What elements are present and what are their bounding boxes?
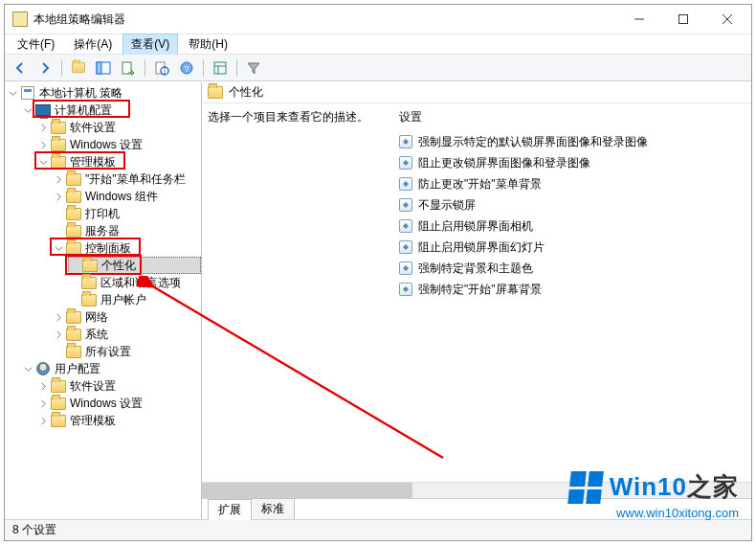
menu-file[interactable]: 文件(F) (9, 34, 63, 56)
close-button[interactable] (705, 6, 749, 33)
policy-icon (399, 283, 412, 296)
list-item-label: 防止更改"开始"菜单背景 (418, 176, 542, 193)
tree-region-lang[interactable]: 区域和语言选项 (68, 274, 201, 291)
content-title: 个性化 (229, 84, 263, 101)
list-item-label: 阻止启用锁屏界面相机 (418, 218, 533, 235)
computer-icon (35, 102, 51, 118)
scrollbar-thumb[interactable] (202, 483, 412, 498)
list-item-label: 不显示锁屏 (418, 197, 476, 214)
svg-rect-3 (122, 62, 131, 74)
tree-system[interactable]: 系统 (53, 326, 201, 343)
chevron-right-icon[interactable] (37, 415, 49, 426)
chevron-right-icon[interactable] (53, 173, 64, 185)
policy-icon (399, 177, 412, 191)
policy-icon (399, 135, 412, 148)
list-item[interactable]: 强制特定背景和主题色 (399, 258, 745, 279)
tree-printers[interactable]: 打印机 (53, 205, 201, 222)
filter-button[interactable] (242, 57, 265, 79)
tree-server[interactable]: 服务器 (53, 222, 201, 239)
tree-user-accounts[interactable]: 用户帐户 (68, 291, 201, 308)
tree-u-sw-settings[interactable]: 软件设置 (37, 377, 201, 395)
horizontal-scrollbar[interactable] (202, 482, 751, 498)
tree-all-settings[interactable]: 所有设置 (53, 343, 201, 360)
tree-label: 打印机 (85, 206, 120, 222)
tab-extended[interactable]: 扩展 (208, 499, 252, 520)
tree-win-components[interactable]: Windows 组件 (53, 188, 201, 205)
statusbar: 8 个设置 (5, 519, 751, 540)
tree-label: Windows 设置 (70, 137, 143, 153)
chevron-down-icon[interactable] (7, 87, 18, 99)
refresh-button[interactable] (150, 57, 173, 79)
maximize-button[interactable] (661, 6, 705, 33)
list-item[interactable]: 阻止启用锁屏界面相机 (399, 216, 745, 237)
root-policy-icon (20, 85, 35, 101)
up-button[interactable] (67, 57, 90, 79)
tree-control-panel[interactable]: 控制面板 (53, 239, 201, 257)
user-icon (35, 361, 51, 376)
tree-sw-settings[interactable]: 软件设置 (37, 119, 201, 136)
list-column-header[interactable]: 设置 (399, 109, 745, 131)
list-item[interactable]: 阻止更改锁屏界面图像和登录图像 (399, 152, 745, 173)
svg-rect-2 (97, 62, 101, 74)
chevron-down-icon[interactable] (22, 104, 33, 116)
chevron-right-icon[interactable] (37, 122, 49, 133)
folder-icon (66, 171, 81, 187)
window-title: 本地组策略编辑器 (33, 11, 617, 28)
tree-user-config[interactable]: 用户配置 (22, 360, 201, 377)
list-item-label: 强制显示特定的默认锁屏界面图像和登录图像 (418, 134, 648, 150)
chevron-right-icon[interactable] (53, 329, 64, 340)
content-pane: 个性化 选择一个项目来查看它的描述。 设置 强制显示特定的默认锁屏界面图像和登录… (202, 82, 751, 519)
back-button[interactable] (9, 57, 32, 79)
tree-win-settings[interactable]: Windows 设置 (37, 136, 201, 153)
tree-u-admin-templates[interactable]: 管理模板 (37, 412, 201, 429)
tree-u-win-settings[interactable]: Windows 设置 (37, 395, 201, 412)
export-list-button[interactable] (117, 57, 140, 79)
minimize-button[interactable] (617, 6, 661, 33)
tree-network[interactable]: 网络 (53, 308, 201, 326)
list-item[interactable]: 不显示锁屏 (399, 194, 745, 216)
policy-icon (399, 156, 412, 170)
chevron-down-icon[interactable] (22, 363, 33, 375)
chevron-right-icon[interactable] (37, 380, 49, 392)
chevron-right-icon[interactable] (53, 311, 64, 323)
show-hide-tree-button[interactable] (92, 57, 115, 79)
tree-start-taskbar[interactable]: "开始"菜单和任务栏 (53, 170, 201, 188)
tab-standard[interactable]: 标准 (251, 498, 295, 519)
tree-admin-templates[interactable]: 管理模板 (37, 153, 201, 170)
chevron-right-icon[interactable] (37, 139, 49, 150)
policy-icon (399, 240, 412, 254)
folder-icon (81, 292, 97, 307)
list-item[interactable]: 强制显示特定的默认锁屏界面图像和登录图像 (399, 131, 745, 152)
tree-personalization[interactable]: 个性化 (68, 257, 201, 274)
tree-label: 个性化 (101, 258, 136, 274)
tree-label: 所有设置 (85, 344, 131, 360)
tree-label: "开始"菜单和任务栏 (85, 171, 186, 188)
folder-icon (51, 120, 66, 135)
folder-icon (66, 327, 81, 342)
folder-icon (82, 258, 98, 273)
chevron-down-icon[interactable] (53, 242, 64, 254)
folder-icon (208, 85, 223, 101)
list-item[interactable]: 阻止启用锁屏界面幻灯片 (399, 237, 745, 258)
tree-computer-config[interactable]: 计算机配置 (22, 102, 201, 119)
forward-button[interactable] (33, 57, 56, 79)
menu-action[interactable]: 操作(A) (65, 34, 121, 56)
chevron-right-icon[interactable] (53, 191, 64, 202)
list-item[interactable]: 防止更改"开始"菜单背景 (399, 173, 745, 194)
folder-icon (51, 137, 66, 152)
chevron-down-icon[interactable] (37, 156, 49, 168)
tree-label: 计算机配置 (55, 102, 112, 119)
menu-help[interactable]: 帮助(H) (180, 34, 236, 56)
folder-icon (66, 206, 81, 221)
svg-rect-0 (679, 15, 688, 24)
folder-icon (66, 240, 81, 256)
properties-button[interactable] (209, 57, 232, 79)
tree-label: 本地计算机 策略 (39, 85, 122, 102)
tree-label: 管理模板 (70, 413, 116, 429)
tree-root[interactable]: 本地计算机 策略 (7, 84, 201, 102)
tree-pane[interactable]: 本地计算机 策略 计算机配置 (5, 82, 202, 519)
menu-view[interactable]: 查看(V) (122, 34, 178, 56)
help-button[interactable]: ? (175, 57, 198, 79)
list-item[interactable]: 强制特定"开始"屏幕背景 (399, 279, 745, 300)
chevron-right-icon[interactable] (37, 397, 49, 409)
